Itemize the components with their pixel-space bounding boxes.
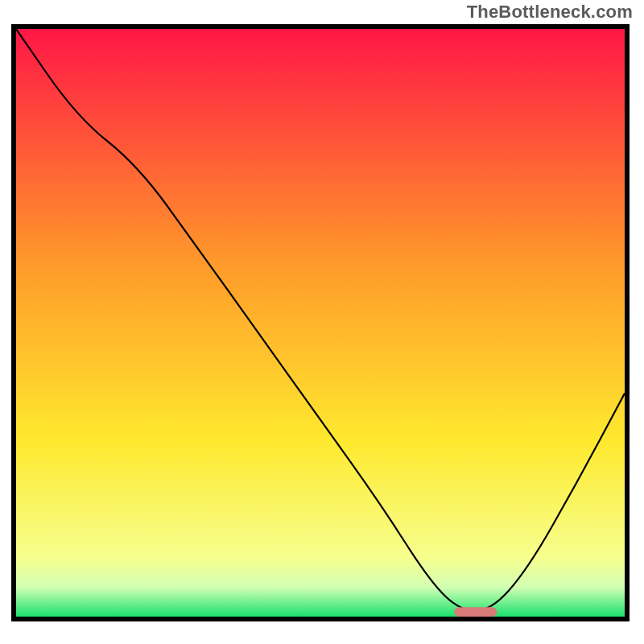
- gradient-background: [16, 29, 625, 617]
- chart-frame: TheBottleneck.com: [0, 0, 644, 644]
- optimal-range-marker: [454, 607, 497, 617]
- plot-svg: [16, 29, 625, 617]
- watermark-text: TheBottleneck.com: [467, 2, 633, 23]
- plot-area: [11, 24, 630, 621]
